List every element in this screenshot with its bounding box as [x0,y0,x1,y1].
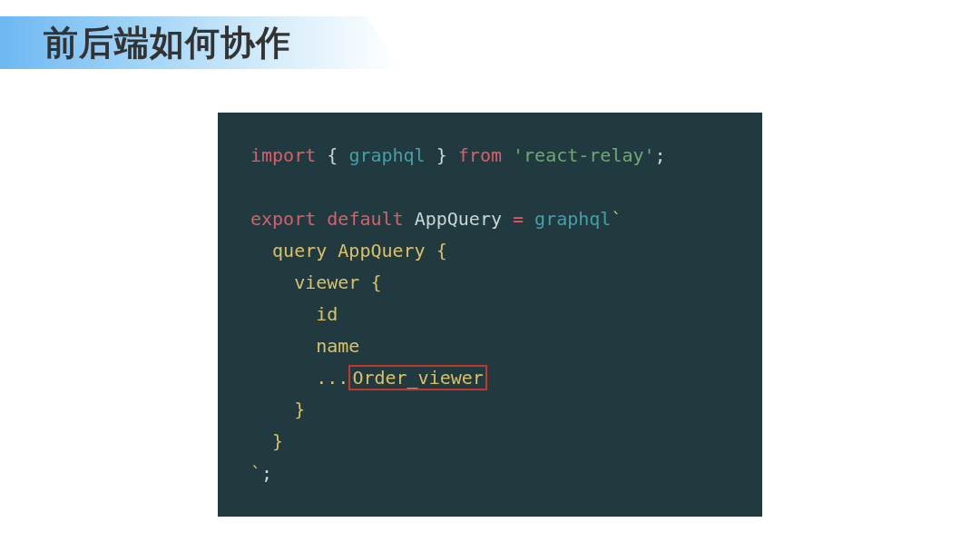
token-package: 'react-relay' [513,144,655,166]
token-space [502,144,513,166]
token-default: default [327,208,403,230]
code-line-3: export default AppQuery = graphql` [250,203,730,235]
code-line-4: query AppQuery { [250,235,730,267]
token-sp [404,208,415,230]
token-appquery: AppQuery [415,208,502,230]
token-sp [524,208,534,230]
token-graphql-tag: graphql [534,208,611,230]
slide-title-banner: 前后端如何协作 [0,16,980,69]
code-line-11: `; [250,458,730,489]
token-backtick-close: ` [250,462,261,484]
token-brace-close: } [426,144,458,166]
code-line-6: id [250,299,730,330]
code-line-10: } [250,426,730,458]
token-backtick-open: ` [611,208,622,230]
code-line-9: } [250,394,730,426]
highlighted-fragment: Order_viewer [348,365,487,390]
code-line-5: viewer { [250,267,730,299]
token-graphql-ident: graphql [348,144,425,166]
token-sp [316,208,327,230]
slide-title: 前后端如何协作 [0,20,291,66]
token-from: from [458,144,502,166]
code-line-8: ...Order_viewer [250,362,730,394]
token-equals: = [513,208,524,230]
code-line-7: name [250,330,730,362]
token-semi-end: ; [261,462,272,484]
token-sp [502,208,513,230]
token-export: export [250,208,316,230]
token-semi: ; [655,144,666,166]
code-line-blank [250,172,730,203]
token-import: import [250,144,316,166]
token-spread: ... [250,367,348,389]
code-container: import { graphql } from 'react-relay'; e… [0,113,980,517]
token-brace-open: { [316,144,348,166]
code-block: import { graphql } from 'react-relay'; e… [218,113,762,517]
code-line-1: import { graphql } from 'react-relay'; [250,140,730,172]
